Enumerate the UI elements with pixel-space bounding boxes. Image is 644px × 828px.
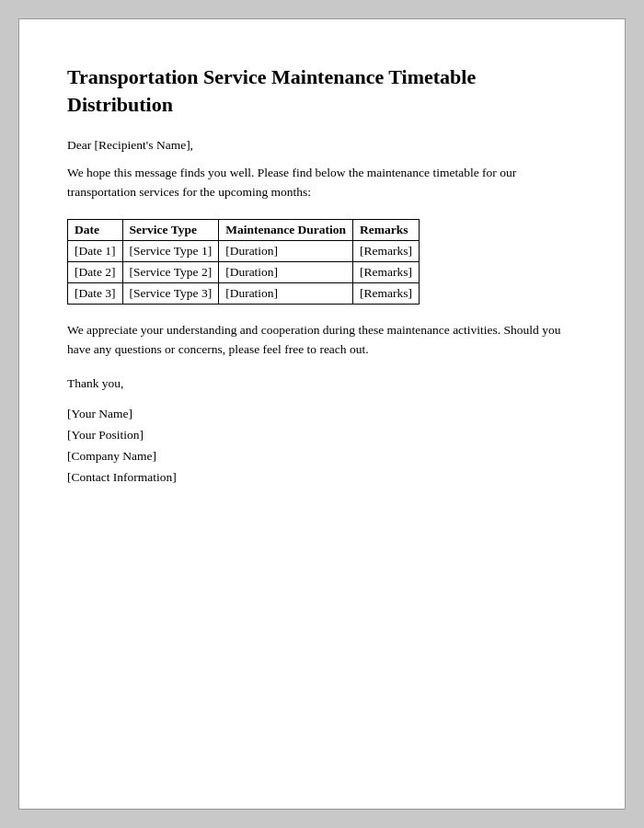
intro-paragraph: We hope this message finds you well. Ple… xyxy=(67,164,577,202)
signature-name: [Your Name] xyxy=(67,404,577,425)
table-cell-r2-c3: [Remarks] xyxy=(353,283,420,305)
table-cell-r2-c1: [Service Type 3] xyxy=(122,283,219,305)
table-cell-r1-c1: [Service Type 2] xyxy=(122,262,219,283)
table-row: [Date 3][Service Type 3][Duration][Remar… xyxy=(68,283,420,305)
salutation: Dear [Recipient's Name], xyxy=(67,138,577,153)
table-row: [Date 1][Service Type 1][Duration][Remar… xyxy=(68,241,420,262)
table-header-row: Date Service Type Maintenance Duration R… xyxy=(68,220,420,241)
table-cell-r0-c2: [Duration] xyxy=(219,241,353,262)
signature-position: [Your Position] xyxy=(67,425,577,446)
table-cell-r1-c2: [Duration] xyxy=(219,262,353,283)
signature-company: [Company Name] xyxy=(67,446,577,467)
signature-contact: [Contact Information] xyxy=(67,467,577,489)
table-cell-r0-c3: [Remarks] xyxy=(353,241,420,262)
table-cell-r2-c2: [Duration] xyxy=(219,283,353,305)
table-cell-r1-c3: [Remarks] xyxy=(353,262,420,283)
col-header-duration: Maintenance Duration xyxy=(219,220,353,241)
thank-you-text: Thank you, xyxy=(67,376,577,391)
page-title: Transportation Service Maintenance Timet… xyxy=(67,63,577,118)
table-cell-r1-c0: [Date 2] xyxy=(68,262,123,283)
table-cell-r2-c0: [Date 3] xyxy=(68,283,123,305)
col-header-remarks: Remarks xyxy=(353,220,420,241)
maintenance-table: Date Service Type Maintenance Duration R… xyxy=(67,219,420,305)
signature-block: [Your Name] [Your Position] [Company Nam… xyxy=(67,404,577,489)
closing-paragraph: We appreciate your understanding and coo… xyxy=(67,321,577,360)
col-header-date: Date xyxy=(68,220,123,241)
table-cell-r0-c0: [Date 1] xyxy=(68,241,123,262)
table-cell-r0-c1: [Service Type 1] xyxy=(122,241,219,262)
col-header-service-type: Service Type xyxy=(122,220,219,241)
document-page: Transportation Service Maintenance Timet… xyxy=(18,18,626,810)
table-row: [Date 2][Service Type 2][Duration][Remar… xyxy=(68,262,420,283)
